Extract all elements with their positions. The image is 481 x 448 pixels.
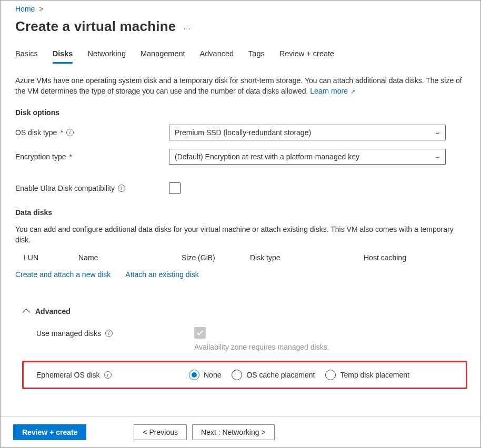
encryption-type-value: (Default) Encryption at-rest with a plat…: [175, 152, 359, 161]
ultra-disk-label: Enable Ultra Disk compatibility: [15, 184, 115, 192]
ephemeral-os-disk-row: Ephemeral OS disk i None OS cache placem…: [22, 361, 467, 389]
tab-disks[interactable]: Disks: [53, 49, 73, 64]
required-asterisk: *: [60, 128, 63, 137]
learn-more-link[interactable]: Learn more ↗: [310, 87, 355, 95]
data-disks-heading: Data disks: [15, 208, 466, 217]
encryption-type-select[interactable]: (Default) Encryption at-rest with a plat…: [169, 149, 446, 165]
col-lun: LUN: [24, 253, 78, 262]
next-button[interactable]: Next : Networking >: [192, 424, 275, 440]
wizard-footer: Review + create < Previous Next : Networ…: [1, 416, 480, 447]
data-disks-desc: You can add and configure additional dat…: [15, 224, 466, 246]
tab-networking[interactable]: Networking: [87, 49, 126, 64]
ultra-disk-checkbox[interactable]: [169, 182, 181, 194]
more-icon[interactable]: ···: [183, 21, 191, 33]
intro-text: Azure VMs have one operating system disk…: [15, 75, 466, 97]
info-icon[interactable]: i: [105, 330, 113, 337]
os-disk-type-select[interactable]: Premium SSD (locally-redundant storage) …: [169, 125, 446, 140]
page-title: Create a virtual machine: [15, 18, 176, 35]
tab-advanced[interactable]: Advanced: [200, 49, 234, 64]
radio-icon: [189, 370, 199, 380]
col-type: Disk type: [250, 253, 364, 262]
advanced-section-toggle[interactable]: Advanced: [24, 307, 466, 315]
data-disk-columns: LUN Name Size (GiB) Disk type Host cachi…: [15, 253, 466, 262]
attach-existing-disk-link[interactable]: Attach an existing disk: [125, 270, 198, 279]
use-managed-disks-checkbox: [194, 327, 206, 339]
ephemeral-radio-temp-disk[interactable]: Temp disk placement: [325, 370, 409, 380]
info-icon[interactable]: i: [118, 185, 125, 192]
info-icon[interactable]: i: [104, 371, 112, 379]
breadcrumb-home[interactable]: Home: [15, 5, 35, 13]
os-disk-type-label: OS disk type: [15, 128, 57, 137]
chevron-down-icon: ⌄: [434, 129, 441, 136]
required-asterisk: *: [69, 152, 72, 161]
external-link-icon: ↗: [349, 88, 355, 95]
ephemeral-radio-none[interactable]: None: [189, 370, 221, 380]
ephemeral-radio-os-cache[interactable]: OS cache placement: [232, 370, 315, 380]
use-managed-disks-label: Use managed disks: [36, 329, 101, 338]
col-size: Size (GiB): [182, 253, 250, 262]
advanced-heading: Advanced: [35, 307, 71, 315]
encryption-type-label: Encryption type: [15, 152, 66, 161]
tab-basics[interactable]: Basics: [15, 49, 38, 64]
chevron-right-icon: >: [39, 5, 43, 13]
radio-icon: [325, 370, 336, 380]
previous-button[interactable]: < Previous: [134, 424, 187, 440]
chevron-down-icon: ⌄: [434, 153, 441, 160]
review-create-button[interactable]: Review + create: [13, 424, 86, 440]
breadcrumb: Home >: [15, 5, 466, 13]
radio-icon: [232, 370, 242, 380]
col-host: Host caching: [364, 253, 466, 262]
col-name: Name: [78, 253, 182, 262]
tab-review[interactable]: Review + create: [279, 49, 334, 64]
chevron-up-icon: [23, 309, 30, 316]
check-icon: [196, 329, 204, 337]
info-icon[interactable]: i: [66, 129, 74, 136]
tabs: Basics Disks Networking Management Advan…: [15, 49, 466, 64]
disk-options-heading: Disk options: [15, 108, 466, 117]
ephemeral-os-disk-label: Ephemeral OS disk: [36, 371, 100, 379]
tab-tags[interactable]: Tags: [248, 49, 265, 64]
use-managed-disks-note: Availability zone requires managed disks…: [194, 343, 329, 351]
tab-management[interactable]: Management: [141, 49, 185, 64]
create-attach-disk-link[interactable]: Create and attach a new disk: [15, 270, 111, 279]
os-disk-type-value: Premium SSD (locally-redundant storage): [175, 128, 311, 137]
